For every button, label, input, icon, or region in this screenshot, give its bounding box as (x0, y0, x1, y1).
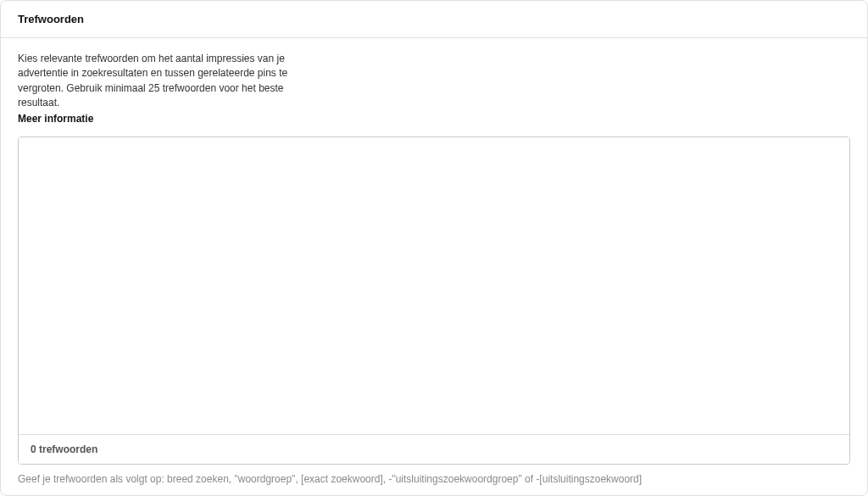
description-text: Kies relevante trefwoorden om het aantal… (18, 52, 306, 111)
card-body: Kies relevante trefwoorden om het aantal… (1, 38, 867, 495)
more-info-link[interactable]: Meer informatie (18, 113, 850, 125)
keywords-count: 0 trefwoorden (19, 434, 849, 464)
keywords-box: 0 trefwoorden (18, 137, 850, 465)
helper-text: Geef je trefwoorden als volgt op: breed … (18, 473, 850, 485)
card-title: Trefwoorden (18, 13, 850, 25)
keywords-card: Trefwoorden Kies relevante trefwoorden o… (0, 0, 868, 496)
keywords-textarea[interactable] (19, 137, 849, 434)
card-header: Trefwoorden (1, 1, 867, 38)
